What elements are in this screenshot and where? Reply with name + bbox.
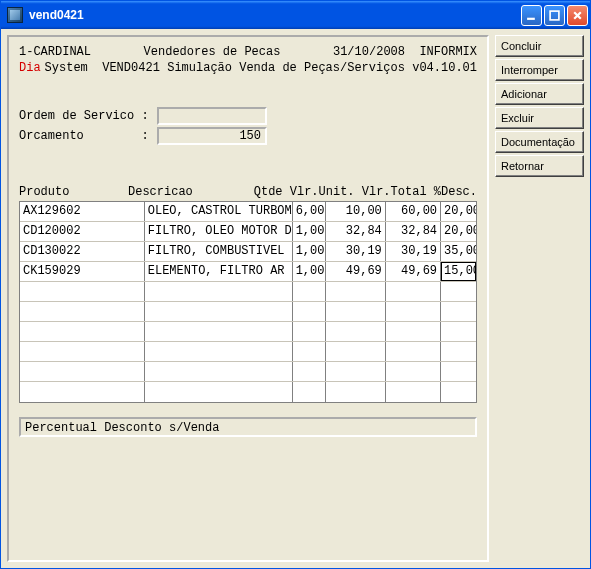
svg-rect-1 [550,11,559,20]
cell-unit[interactable]: 32,84 [326,222,386,241]
minimize-button[interactable] [521,5,542,26]
cell-desc[interactable]: FILTRO, COMBUSTIVEL (DI [145,242,293,261]
documentacao-button[interactable]: Documentação [495,131,584,153]
header-line-2: DiaSystem VEND0421 Simulação Venda de Pe… [19,61,477,75]
concluir-button[interactable]: Concluir [495,35,584,57]
cell-desc2[interactable]: 20,00 [441,222,476,241]
cell-desc2[interactable] [441,382,476,402]
cell-total[interactable]: 30,19 [386,242,441,261]
cell-qtde[interactable]: 6,00 [293,202,326,221]
cell-desc2[interactable] [441,282,476,301]
cell-prod[interactable] [20,382,145,402]
orcamento-label: Orcamento : [19,129,157,143]
cell-desc[interactable] [145,362,293,381]
retornar-button[interactable]: Retornar [495,155,584,177]
cell-qtde[interactable]: 1,00 [293,222,326,241]
client-area: 1-CARDINAL Vendedores de Pecas 31/10/200… [1,29,590,568]
table-row[interactable] [20,382,476,402]
interromper-button[interactable]: Interromper [495,59,584,81]
cell-desc2[interactable]: 15,00 [441,262,476,281]
cell-desc2[interactable] [441,302,476,321]
cell-prod[interactable] [20,282,145,301]
cell-unit[interactable] [326,382,386,402]
cell-prod[interactable]: CD120002 [20,222,145,241]
system-label: DiaSystem VEND0421 [19,61,160,75]
cell-prod[interactable]: AX129602 [20,202,145,221]
window-controls [521,5,588,26]
cell-qtde[interactable] [293,382,326,402]
cell-total[interactable] [386,382,441,402]
cell-prod[interactable] [20,362,145,381]
cell-prod[interactable]: CK159029 [20,262,145,281]
cell-total[interactable] [386,362,441,381]
screen-title: Vendedores de Pecas [144,45,281,59]
cell-unit[interactable]: 10,00 [326,202,386,221]
cell-desc[interactable] [145,382,293,402]
cell-prod[interactable]: CD130022 [20,242,145,261]
cell-prod[interactable] [20,302,145,321]
orcamento-input[interactable]: 150 [157,127,267,145]
cell-qtde[interactable] [293,362,326,381]
col-descricao: Descricao [128,185,254,199]
orcamento-row: Orcamento : 150 [19,127,477,145]
cell-unit[interactable]: 49,69 [326,262,386,281]
app-icon [7,7,23,23]
cell-unit[interactable] [326,322,386,341]
status-bar: Percentual Desconto s/Venda [19,417,477,437]
cell-desc2[interactable]: 20,00 [441,202,476,221]
cell-qtde[interactable] [293,342,326,361]
table-row[interactable]: AX129602OLEO, CASTROL TURBOMAX6,0010,006… [20,202,476,222]
cell-unit[interactable] [326,282,386,301]
cell-desc[interactable] [145,342,293,361]
cell-total[interactable] [386,302,441,321]
cell-desc[interactable]: OLEO, CASTROL TURBOMAX [145,202,293,221]
cell-unit[interactable]: 30,19 [326,242,386,261]
cell-qtde[interactable] [293,302,326,321]
cell-desc[interactable] [145,282,293,301]
close-button[interactable] [567,5,588,26]
cell-unit[interactable] [326,362,386,381]
cell-desc[interactable]: FILTRO, OLEO MOTOR DIE [145,222,293,241]
cell-total[interactable] [386,282,441,301]
table-row[interactable]: CD120002FILTRO, OLEO MOTOR DIE1,0032,843… [20,222,476,242]
cell-unit[interactable] [326,302,386,321]
cell-desc[interactable] [145,302,293,321]
col-produto: Produto [19,185,128,199]
cell-desc2[interactable]: 35,00 [441,242,476,261]
adicionar-button[interactable]: Adicionar [495,83,584,105]
cell-qtde[interactable] [293,322,326,341]
table-row[interactable]: CK159029ELEMENTO, FILTRO AR1,0049,6949,6… [20,262,476,282]
org-label: 1-CARDINAL [19,45,91,59]
table-row[interactable] [20,282,476,302]
cell-desc[interactable] [145,322,293,341]
table-row[interactable]: CD130022FILTRO, COMBUSTIVEL (DI1,0030,19… [20,242,476,262]
table-row[interactable] [20,362,476,382]
excluir-button[interactable]: Excluir [495,107,584,129]
table-row[interactable] [20,322,476,342]
side-panel: Concluir Interromper Adicionar Excluir D… [495,35,584,562]
cell-desc[interactable]: ELEMENTO, FILTRO AR [145,262,293,281]
cell-desc2[interactable] [441,342,476,361]
version-label: v04.10.01 [412,61,477,75]
cell-total[interactable] [386,322,441,341]
cell-total[interactable]: 32,84 [386,222,441,241]
window-title: vend0421 [29,8,521,22]
cell-total[interactable]: 60,00 [386,202,441,221]
cell-qtde[interactable] [293,282,326,301]
titlebar[interactable]: vend0421 [1,1,590,29]
grid[interactable]: AX129602OLEO, CASTROL TURBOMAX6,0010,006… [19,201,477,403]
table-row[interactable] [20,342,476,362]
cell-qtde[interactable]: 1,00 [293,242,326,261]
cell-total[interactable]: 49,69 [386,262,441,281]
maximize-button[interactable] [544,5,565,26]
cell-qtde[interactable]: 1,00 [293,262,326,281]
ordem-servico-row: Ordem de Servico : [19,107,477,125]
cell-prod[interactable] [20,322,145,341]
table-row[interactable] [20,302,476,322]
cell-desc2[interactable] [441,362,476,381]
cell-desc2[interactable] [441,322,476,341]
cell-prod[interactable] [20,342,145,361]
cell-total[interactable] [386,342,441,361]
cell-unit[interactable] [326,342,386,361]
ordem-servico-input[interactable] [157,107,267,125]
